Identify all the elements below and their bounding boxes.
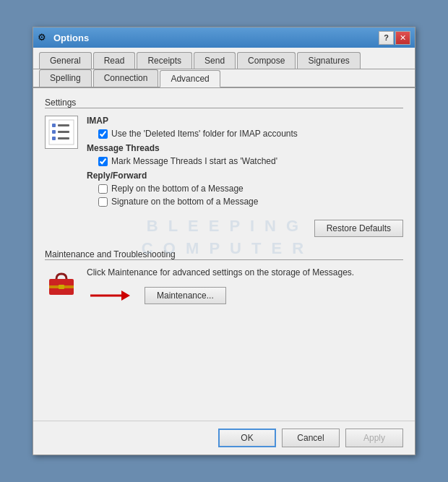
msgthreads-title: Message Threads	[87, 143, 403, 153]
title-bar: ⚙ Options ? ✕	[33, 27, 415, 48]
tab-read[interactable]: Read	[93, 52, 136, 69]
maintenance-btn-row: Maintenance...	[87, 285, 403, 306]
replyforward-title: Reply/Forward	[87, 171, 403, 181]
tab-receipts[interactable]: Receipts	[137, 52, 192, 69]
svg-rect-9	[59, 285, 64, 289]
maintenance-label: Maintenance and Troubleshooting	[45, 249, 176, 259]
window-icon: ⚙	[38, 32, 49, 43]
toolbox-svg	[46, 270, 77, 298]
list-svg	[48, 119, 75, 146]
msgthreads-checkbox[interactable]	[98, 157, 108, 166]
settings-section: IMAP Use the 'Deleted Items' folder for …	[45, 116, 403, 210]
maintenance-button[interactable]: Maintenance...	[145, 287, 226, 304]
imap-title: IMAP	[87, 116, 403, 126]
tab-connection[interactable]: Connection	[93, 69, 159, 87]
tab-spelling[interactable]: Spelling	[39, 69, 92, 87]
svg-rect-5	[52, 137, 56, 140]
tab-compose[interactable]: Compose	[237, 52, 296, 69]
apply-button[interactable]: Apply	[345, 429, 403, 447]
imap-checkbox-row: Use the 'Deleted Items' folder for IMAP …	[87, 129, 403, 139]
settings-divider	[45, 108, 403, 108]
msgthreads-checkbox-row: Mark Message Threads I start as 'Watched…	[87, 156, 403, 166]
msgthreads-checkbox-label: Mark Message Threads I start as 'Watched…	[111, 156, 277, 166]
cancel-button[interactable]: Cancel	[282, 429, 340, 447]
settings-content: IMAP Use the 'Deleted Items' folder for …	[87, 116, 403, 210]
svg-rect-1	[52, 124, 56, 127]
settings-icon	[45, 116, 78, 149]
help-button[interactable]: ?	[379, 31, 394, 45]
svg-rect-6	[58, 137, 69, 139]
close-button[interactable]: ✕	[395, 31, 410, 45]
settings-label: Settings	[45, 97, 403, 108]
window-title: Options	[53, 33, 374, 43]
reply-checkbox1[interactable]	[98, 184, 108, 194]
arrow-svg	[87, 285, 130, 306]
maintenance-divider	[45, 259, 403, 260]
reply-checkbox2[interactable]	[98, 197, 108, 207]
reply-checkbox1-label: Reply on the bottom of a Message	[111, 184, 244, 194]
bottom-bar: OK Cancel Apply	[33, 421, 415, 455]
tab-row-1: General Read Receipts Send Compose Signa…	[33, 48, 415, 69]
imap-checkbox-label: Use the 'Deleted Items' folder for IMAP …	[111, 129, 298, 139]
svg-rect-2	[58, 124, 69, 126]
ok-button[interactable]: OK	[218, 429, 276, 447]
imap-checkbox[interactable]	[98, 129, 108, 139]
tab-send[interactable]: Send	[194, 52, 236, 69]
restore-btn-row: Restore Defaults	[45, 220, 403, 237]
maintenance-row: Click Maintenance for advanced settings …	[45, 267, 403, 306]
reply-checkbox-row2: Signature on the bottom of a Message	[87, 197, 403, 207]
tab-row-2: Spelling Connection Advanced	[33, 69, 415, 88]
tab-advanced[interactable]: Advanced	[160, 70, 220, 87]
tab-signatures[interactable]: Signatures	[297, 52, 360, 69]
svg-marker-11	[121, 291, 130, 301]
tab-general[interactable]: General	[39, 52, 92, 69]
window-controls: ? ✕	[379, 31, 410, 45]
svg-rect-3	[52, 130, 56, 134]
svg-rect-4	[58, 131, 69, 133]
arrow-indicator	[87, 285, 130, 306]
options-window: ⚙ Options ? ✕ General Read Receipts Send…	[33, 27, 415, 455]
reply-checkbox2-label: Signature on the bottom of a Message	[111, 197, 258, 207]
toolbox-icon	[45, 267, 78, 301]
maintenance-content: Click Maintenance for advanced settings …	[87, 267, 403, 306]
reply-checkbox-row1: Reply on the bottom of a Message	[87, 184, 403, 194]
restore-defaults-button[interactable]: Restore Defaults	[314, 220, 403, 237]
content-area: B L E E P I N G C O M P U T E R Settings	[33, 88, 415, 421]
maintenance-section: Maintenance and Troubleshooting	[45, 249, 403, 306]
maintenance-description: Click Maintenance for advanced settings …	[87, 267, 403, 277]
